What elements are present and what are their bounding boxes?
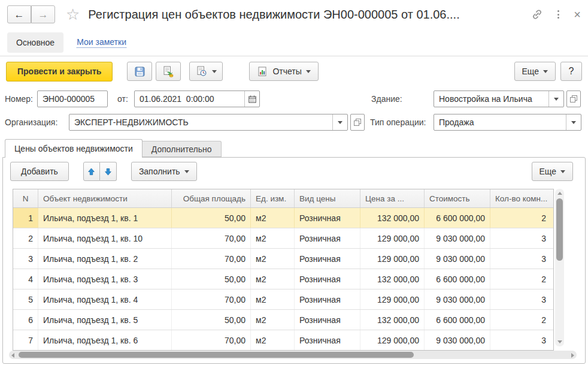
table-cell[interactable]: Розничная xyxy=(295,330,360,350)
table-cell[interactable]: 6 600 000,00 xyxy=(425,310,490,330)
column-header-area[interactable]: Общая площадь xyxy=(172,189,251,207)
table-row[interactable]: 5Ильича, подъезд 1, кв. 470,00м2Рознична… xyxy=(13,289,553,310)
table-cell[interactable]: 3 xyxy=(13,249,38,269)
save-button[interactable] xyxy=(127,62,152,81)
table-cell[interactable]: 132 000,00 xyxy=(360,310,425,330)
table-row[interactable]: 7Ильича, подъезд 1, кв. 670,00м2Рознична… xyxy=(13,330,553,350)
table-cell[interactable]: 132 000,00 xyxy=(360,208,425,228)
column-header-price-per[interactable]: Цена за ... xyxy=(360,189,425,207)
table-cell[interactable]: 4 xyxy=(13,269,38,289)
table-cell[interactable]: Ильича, подъезд 1, кв. 6 xyxy=(38,330,172,350)
table-cell[interactable]: 129 000,00 xyxy=(360,289,425,309)
table-cell[interactable]: Розничная xyxy=(295,228,360,248)
calendar-icon[interactable] xyxy=(244,91,259,107)
table-cell[interactable]: 3 xyxy=(490,289,551,309)
table-cell[interactable]: Ильича, подъезд 1, кв. 10 xyxy=(38,228,172,248)
table-cell[interactable]: м2 xyxy=(251,330,295,350)
date-input[interactable] xyxy=(135,91,244,107)
table-cell[interactable]: Розничная xyxy=(295,249,360,269)
grid-more-button[interactable]: Еще xyxy=(532,162,574,181)
building-input[interactable] xyxy=(434,91,548,107)
table-cell[interactable]: 6 xyxy=(13,310,38,330)
scroll-left-icon[interactable] xyxy=(11,353,14,358)
table-cell[interactable]: 7 xyxy=(13,330,38,350)
table-cell[interactable]: м2 xyxy=(251,310,295,330)
tab-object-prices[interactable]: Цены объектов недвижимости xyxy=(5,139,143,158)
column-header-cost[interactable]: Стоимость xyxy=(425,189,490,207)
table-cell[interactable]: 2 xyxy=(490,310,551,330)
operation-type-input[interactable] xyxy=(434,114,566,130)
tab-additional[interactable]: Дополнительно xyxy=(143,141,222,157)
link-icon[interactable] xyxy=(531,8,543,20)
table-cell[interactable]: 3 xyxy=(490,249,551,269)
number-input[interactable] xyxy=(38,91,107,107)
nav-item-my-notes[interactable]: Мои заметки xyxy=(77,37,126,48)
table-cell[interactable]: м2 xyxy=(251,208,295,228)
building-open-button[interactable] xyxy=(566,91,581,107)
scroll-down-icon[interactable] xyxy=(557,340,562,343)
table-cell[interactable]: Розничная xyxy=(295,269,360,289)
vertical-scrollbar[interactable] xyxy=(555,189,564,346)
column-header-object[interactable]: Объект недвижимости xyxy=(38,189,172,207)
table-cell[interactable]: 1 xyxy=(13,208,38,228)
table-cell[interactable]: 129 000,00 xyxy=(360,249,425,269)
table-cell[interactable]: 5 xyxy=(13,289,38,309)
more-button[interactable]: Еще xyxy=(514,62,556,81)
table-cell[interactable]: 6 600 000,00 xyxy=(425,208,490,228)
table-row[interactable]: 4Ильича, подъезд 1, кв. 350,00м2Рознична… xyxy=(13,269,553,289)
close-icon[interactable]: × xyxy=(574,8,581,20)
table-cell[interactable]: Ильича, подъезд 1, кв. 1 xyxy=(38,208,172,228)
post-and-close-button[interactable]: Провести и закрыть xyxy=(6,62,113,82)
table-cell[interactable]: м2 xyxy=(251,289,295,309)
table-cell[interactable]: 3 xyxy=(490,228,551,248)
table-cell[interactable]: Розничная xyxy=(295,310,360,330)
favorite-star-icon[interactable]: ☆ xyxy=(66,7,80,22)
table-cell[interactable]: Ильича, подъезд 1, кв. 2 xyxy=(38,249,172,269)
table-cell[interactable]: 2 xyxy=(490,208,551,228)
nav-item-main[interactable]: Основное xyxy=(7,32,63,53)
table-row[interactable]: 1Ильича, подъезд 1, кв. 150,00м2Рознична… xyxy=(13,208,553,228)
building-dropdown-button[interactable] xyxy=(548,91,563,107)
table-cell[interactable]: 2 xyxy=(13,228,38,248)
table-cell[interactable]: 129 000,00 xyxy=(360,228,425,248)
scroll-up-icon[interactable] xyxy=(557,192,562,195)
organization-input[interactable] xyxy=(69,114,332,130)
document-register-menu-button[interactable] xyxy=(189,62,223,81)
table-cell[interactable]: 70,00 xyxy=(172,249,251,269)
table-cell[interactable]: 9 030 000,00 xyxy=(425,228,490,248)
move-up-button[interactable] xyxy=(83,162,100,181)
table-cell[interactable]: 50,00 xyxy=(172,310,251,330)
column-header-rooms[interactable]: Кол-во комн... xyxy=(490,189,551,207)
operation-type-dropdown-button[interactable] xyxy=(566,114,581,130)
table-cell[interactable]: Розничная xyxy=(295,289,360,309)
table-cell[interactable]: 70,00 xyxy=(172,289,251,309)
table-cell[interactable]: 2 xyxy=(490,269,551,289)
table-cell[interactable]: м2 xyxy=(251,249,295,269)
help-button[interactable]: ? xyxy=(560,62,582,81)
table-cell[interactable]: 70,00 xyxy=(172,330,251,350)
back-button[interactable]: ← xyxy=(7,5,31,23)
table-cell[interactable]: 9 030 000,00 xyxy=(425,330,490,350)
scroll-right-icon[interactable] xyxy=(571,353,574,358)
column-header-unit[interactable]: Ед. изм. xyxy=(251,189,295,207)
reports-button[interactable]: Отчеты xyxy=(249,62,318,81)
horizontal-scrollbar[interactable] xyxy=(9,351,577,359)
move-down-button[interactable] xyxy=(100,162,117,181)
table-cell[interactable]: 70,00 xyxy=(172,228,251,248)
table-cell[interactable]: 50,00 xyxy=(172,208,251,228)
table-row[interactable]: 2Ильича, подъезд 1, кв. 1070,00м2Розничн… xyxy=(13,228,553,249)
table-cell[interactable]: Розничная xyxy=(295,208,360,228)
table-cell[interactable]: Ильича, подъезд 1, кв. 5 xyxy=(38,310,172,330)
horizontal-scroll-thumb[interactable] xyxy=(19,352,414,358)
forward-button[interactable]: → xyxy=(31,5,55,23)
column-header-n[interactable]: N xyxy=(13,189,38,207)
table-cell[interactable]: 3 xyxy=(490,330,551,350)
post-document-button[interactable] xyxy=(156,62,181,81)
column-header-price-kind[interactable]: Вид цены xyxy=(295,189,360,207)
vertical-scroll-thumb[interactable] xyxy=(556,198,563,261)
table-row[interactable]: 3Ильича, подъезд 1, кв. 270,00м2Рознична… xyxy=(13,249,553,269)
table-cell[interactable]: 129 000,00 xyxy=(360,330,425,350)
fill-button[interactable]: Заполнить xyxy=(131,162,197,181)
table-cell[interactable]: 50,00 xyxy=(172,269,251,289)
table-cell[interactable]: Ильича, подъезд 1, кв. 3 xyxy=(38,269,172,289)
